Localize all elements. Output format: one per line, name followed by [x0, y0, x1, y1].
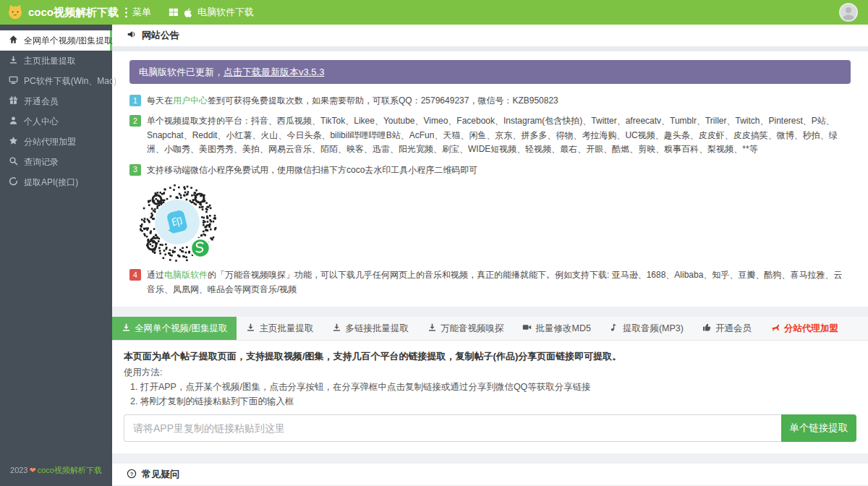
- sidebar-nav: 全网单个视频/图集提取 主页批量提取 PC软件下载(Win、Mac) 开通会员 …: [0, 25, 112, 486]
- tab-label: 多链接批量提取: [345, 323, 409, 335]
- notice-item-4: 4 通过电脑版软件的「万能音视频嗅探」功能，可以下载几乎任何网页上的音乐和视频，…: [129, 268, 851, 297]
- menu-button[interactable]: 菜单: [116, 0, 160, 25]
- notice-item-1: 1 每天在用户中心签到可获得免费提取次数，如果需要帮助，可联系QQ：257964…: [129, 94, 851, 108]
- sidebar-item-label: 主页批量提取: [24, 55, 76, 67]
- notice-text-3: 支持移动端微信小程序免费试用，使用微信扫描下方coco去水印工具小程序二维码即可: [147, 163, 477, 177]
- svg-text:?: ?: [130, 470, 134, 477]
- sidebar-item-api[interactable]: 提取API(接口): [0, 172, 112, 192]
- download-icon: [9, 55, 18, 67]
- sidebar-item-label: 分站代理加盟: [24, 136, 76, 148]
- tab-single-extract[interactable]: 全网单个视频/图集提取: [112, 317, 237, 340]
- search-icon: [9, 156, 18, 168]
- announcement-header: 网站公告: [112, 25, 868, 46]
- sidebar-item-pc-download[interactable]: PC软件下载(Win、Mac): [0, 71, 112, 91]
- notice-badge-3: 3: [129, 164, 141, 176]
- app-title: coco视频解析下载: [28, 6, 119, 20]
- heart-icon: ❤: [30, 466, 36, 474]
- faq-title: 常见疑问: [142, 468, 179, 481]
- sidebar-item-single-extract[interactable]: 全网单个视频/图集提取: [0, 30, 112, 51]
- pc-download-label: 电脑软件下载: [197, 6, 254, 19]
- notice-item-2: 2 单个视频提取支持的平台：抖音、西瓜视频、TikTok、Likee、Youtu…: [129, 114, 851, 156]
- tab-md5[interactable]: 批量修改MD5: [513, 317, 600, 340]
- tab-membership[interactable]: 开通会员: [693, 317, 761, 340]
- banner-download-link[interactable]: 点击下载最新版本v3.5.3: [224, 66, 324, 79]
- tab-sniffer[interactable]: 万能音视频嗅探: [418, 317, 514, 340]
- tab-label: 提取音频(MP3): [623, 323, 684, 335]
- sidebar-item-membership[interactable]: 开通会员: [0, 91, 112, 111]
- notice-item-3: 3 支持移动端微信小程序免费试用，使用微信扫描下方coco去水印工具小程序二维码…: [129, 163, 851, 177]
- user-icon: [9, 116, 18, 127]
- download-icon: [122, 323, 131, 334]
- ellipsis-menu-icon: [124, 7, 128, 18]
- tab-label: 万能音视频嗅探: [441, 323, 504, 335]
- divider-band: [112, 46, 868, 51]
- tab-homepage-batch[interactable]: 主页批量提取: [237, 317, 323, 340]
- announcement-card: 网站公告 电脑版软件已更新，点击下载最新版本v3.5.3 1 每天在用户中心签到…: [112, 25, 868, 307]
- sidebar-footer: 2023❤coco视频解析下载: [0, 458, 112, 486]
- extract-intro: 本页面为单个帖子提取页面，支持提取视频/图集，支持几百个平台的链接提取，复制帖子…: [124, 350, 856, 363]
- sidebar-item-agent[interactable]: 分站代理加盟: [0, 132, 112, 152]
- home-icon: [9, 35, 18, 46]
- tab-label: 开通会员: [715, 323, 752, 335]
- music-note-icon: [610, 323, 619, 334]
- sidebar-item-label: 提取API(接口): [24, 176, 78, 189]
- sidebar-item-label: 开通会员: [24, 95, 59, 108]
- link-input[interactable]: [124, 414, 781, 442]
- sidebar-item-homepage-batch[interactable]: 主页批量提取: [0, 51, 112, 71]
- tab-label: 分站代理加盟: [784, 323, 838, 335]
- sidebar-item-label: 全网单个视频/图集提取: [24, 35, 113, 47]
- notice-badge-2: 2: [129, 115, 141, 127]
- usage-step-1: 1. 打开APP，点开某个视频/图集，点击分享按钮，在分享弹框中点击复制链接或通…: [124, 381, 856, 393]
- user-center-link[interactable]: 用户中心: [173, 95, 208, 106]
- pc-software-link[interactable]: 电脑版软件: [164, 270, 208, 280]
- sidebar-item-label: PC软件下载(Win、Mac): [24, 75, 116, 88]
- sidebar-item-query-history[interactable]: 查询记录: [0, 152, 112, 172]
- qr-code-image: 印: [137, 182, 218, 263]
- question-circle-icon: ?: [127, 469, 137, 481]
- notice-badge-4: 4: [129, 269, 141, 281]
- tab-multilink-batch[interactable]: 多链接批量提取: [323, 317, 418, 340]
- extract-card: 全网单个视频/图集提取 主页批量提取 多链接批量提取 万能音视频嗅探 批量修改M…: [112, 317, 868, 453]
- sidebar-item-profile[interactable]: 个人中心: [0, 111, 112, 132]
- gift-icon: [9, 95, 18, 107]
- notice-text-1: 每天在用户中心签到可获得免费提取次数，如果需要帮助，可联系QQ：25796492…: [147, 94, 558, 108]
- banner-text: 电脑版软件已更新，: [139, 66, 224, 79]
- usage-title: 使用方法:: [124, 367, 856, 379]
- menu-label: 菜单: [132, 6, 151, 19]
- api-icon: [9, 176, 18, 188]
- tab-agent[interactable]: 分站代理加盟: [761, 317, 848, 340]
- apple-icon: [183, 7, 193, 18]
- video-camera-icon: [522, 323, 532, 334]
- single-extract-button[interactable]: 单个链接提取: [781, 414, 856, 442]
- download-icon: [427, 323, 437, 334]
- notice-text-4: 通过电脑版软件的「万能音视频嗅探」功能，可以下载几乎任何网页上的音乐和视频，真正…: [147, 268, 851, 297]
- main-content: 网站公告 电脑版软件已更新，点击下载最新版本v3.5.3 1 每天在用户中心签到…: [112, 25, 868, 486]
- update-banner: 电脑版软件已更新，点击下载最新版本v3.5.3: [129, 60, 851, 84]
- monitor-icon: [9, 75, 18, 87]
- footer-year: 2023: [10, 466, 27, 474]
- usage-step-2: 2. 将刚才复制的链接粘贴到下面的输入框: [124, 396, 856, 408]
- pc-download-button[interactable]: 电脑软件下载: [160, 0, 263, 25]
- star-icon: [9, 136, 18, 148]
- tab-audio[interactable]: 提取音频(MP3): [600, 317, 693, 340]
- faq-card: ? 常见疑问 1. 电脑上部分浏览器点下载视频按钮后，跳转到视频页面，如何下载到…: [112, 464, 868, 486]
- extract-tabbar: 全网单个视频/图集提取 主页批量提取 多链接批量提取 万能音视频嗅探 批量修改M…: [112, 317, 868, 341]
- sidebar-item-label: 个人中心: [24, 116, 59, 128]
- sidebar-item-label: 查询记录: [24, 156, 59, 169]
- thumbs-up-icon: [702, 323, 712, 334]
- footer-site-link[interactable]: coco视频解析下载: [38, 466, 102, 474]
- tab-label: 批量修改MD5: [535, 323, 590, 335]
- notice-badge-1: 1: [129, 95, 141, 106]
- announcement-title: 网站公告: [142, 29, 179, 42]
- tab-label: 主页批量提取: [259, 323, 313, 335]
- download-icon: [332, 323, 341, 334]
- jet-icon: [770, 323, 780, 334]
- download-icon: [246, 323, 255, 334]
- top-header: coco视频解析下载 菜单 电脑软件下载: [0, 0, 868, 25]
- windows-icon: [169, 7, 179, 17]
- user-avatar[interactable]: [839, 3, 858, 22]
- app-logo[interactable]: coco视频解析下载: [0, 4, 116, 22]
- megaphone-icon: [127, 30, 137, 41]
- notice-text-2: 单个视频提取支持的平台：抖音、西瓜视频、TikTok、Likee、Youtube…: [147, 114, 851, 156]
- cat-logo-icon: [7, 4, 23, 22]
